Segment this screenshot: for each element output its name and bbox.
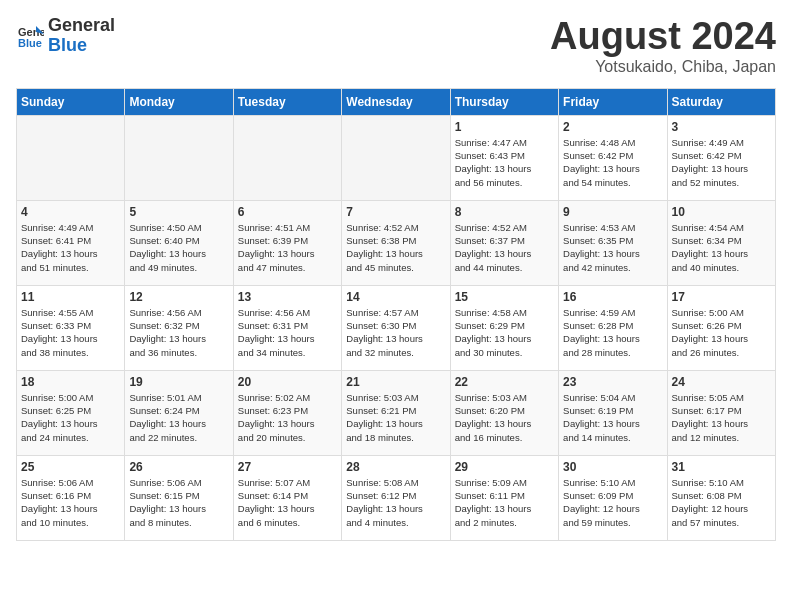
calendar-cell: 23Sunrise: 5:04 AM Sunset: 6:19 PM Dayli… <box>559 370 667 455</box>
day-number: 19 <box>129 375 228 389</box>
day-info: Sunrise: 5:04 AM Sunset: 6:19 PM Dayligh… <box>563 391 662 444</box>
day-info: Sunrise: 5:08 AM Sunset: 6:12 PM Dayligh… <box>346 476 445 529</box>
day-info: Sunrise: 5:03 AM Sunset: 6:20 PM Dayligh… <box>455 391 554 444</box>
weekday-header: Monday <box>125 88 233 115</box>
calendar-cell: 14Sunrise: 4:57 AM Sunset: 6:30 PM Dayli… <box>342 285 450 370</box>
day-number: 25 <box>21 460 120 474</box>
day-info: Sunrise: 5:00 AM Sunset: 6:25 PM Dayligh… <box>21 391 120 444</box>
calendar-cell: 12Sunrise: 4:56 AM Sunset: 6:32 PM Dayli… <box>125 285 233 370</box>
day-number: 29 <box>455 460 554 474</box>
day-info: Sunrise: 4:54 AM Sunset: 6:34 PM Dayligh… <box>672 221 771 274</box>
weekday-header: Friday <box>559 88 667 115</box>
calendar-cell: 8Sunrise: 4:52 AM Sunset: 6:37 PM Daylig… <box>450 200 558 285</box>
weekday-header: Sunday <box>17 88 125 115</box>
day-number: 26 <box>129 460 228 474</box>
day-number: 5 <box>129 205 228 219</box>
day-info: Sunrise: 4:55 AM Sunset: 6:33 PM Dayligh… <box>21 306 120 359</box>
day-info: Sunrise: 4:57 AM Sunset: 6:30 PM Dayligh… <box>346 306 445 359</box>
page-header: General Blue General Blue August 2024 Yo… <box>16 16 776 76</box>
calendar-cell: 4Sunrise: 4:49 AM Sunset: 6:41 PM Daylig… <box>17 200 125 285</box>
day-info: Sunrise: 5:07 AM Sunset: 6:14 PM Dayligh… <box>238 476 337 529</box>
calendar-cell: 31Sunrise: 5:10 AM Sunset: 6:08 PM Dayli… <box>667 455 775 540</box>
title-block: August 2024 Yotsukaido, Chiba, Japan <box>550 16 776 76</box>
weekday-header: Thursday <box>450 88 558 115</box>
day-info: Sunrise: 4:56 AM Sunset: 6:32 PM Dayligh… <box>129 306 228 359</box>
calendar-cell: 1Sunrise: 4:47 AM Sunset: 6:43 PM Daylig… <box>450 115 558 200</box>
day-number: 30 <box>563 460 662 474</box>
day-number: 15 <box>455 290 554 304</box>
day-info: Sunrise: 4:52 AM Sunset: 6:38 PM Dayligh… <box>346 221 445 274</box>
calendar-week-row: 1Sunrise: 4:47 AM Sunset: 6:43 PM Daylig… <box>17 115 776 200</box>
day-number: 12 <box>129 290 228 304</box>
logo: General Blue General Blue <box>16 16 115 56</box>
day-info: Sunrise: 4:59 AM Sunset: 6:28 PM Dayligh… <box>563 306 662 359</box>
day-info: Sunrise: 5:09 AM Sunset: 6:11 PM Dayligh… <box>455 476 554 529</box>
calendar-cell: 17Sunrise: 5:00 AM Sunset: 6:26 PM Dayli… <box>667 285 775 370</box>
day-info: Sunrise: 4:49 AM Sunset: 6:42 PM Dayligh… <box>672 136 771 189</box>
day-number: 24 <box>672 375 771 389</box>
day-info: Sunrise: 5:05 AM Sunset: 6:17 PM Dayligh… <box>672 391 771 444</box>
weekday-header: Saturday <box>667 88 775 115</box>
day-number: 10 <box>672 205 771 219</box>
day-info: Sunrise: 4:53 AM Sunset: 6:35 PM Dayligh… <box>563 221 662 274</box>
calendar-cell: 9Sunrise: 4:53 AM Sunset: 6:35 PM Daylig… <box>559 200 667 285</box>
calendar-cell: 6Sunrise: 4:51 AM Sunset: 6:39 PM Daylig… <box>233 200 341 285</box>
calendar-cell: 22Sunrise: 5:03 AM Sunset: 6:20 PM Dayli… <box>450 370 558 455</box>
day-number: 20 <box>238 375 337 389</box>
day-number: 23 <box>563 375 662 389</box>
day-number: 13 <box>238 290 337 304</box>
day-info: Sunrise: 4:47 AM Sunset: 6:43 PM Dayligh… <box>455 136 554 189</box>
calendar-cell: 13Sunrise: 4:56 AM Sunset: 6:31 PM Dayli… <box>233 285 341 370</box>
day-info: Sunrise: 5:01 AM Sunset: 6:24 PM Dayligh… <box>129 391 228 444</box>
logo-icon: General Blue <box>16 22 44 50</box>
day-number: 1 <box>455 120 554 134</box>
calendar-cell: 20Sunrise: 5:02 AM Sunset: 6:23 PM Dayli… <box>233 370 341 455</box>
day-number: 4 <box>21 205 120 219</box>
calendar-cell: 11Sunrise: 4:55 AM Sunset: 6:33 PM Dayli… <box>17 285 125 370</box>
calendar-cell: 25Sunrise: 5:06 AM Sunset: 6:16 PM Dayli… <box>17 455 125 540</box>
calendar-cell: 19Sunrise: 5:01 AM Sunset: 6:24 PM Dayli… <box>125 370 233 455</box>
day-info: Sunrise: 4:48 AM Sunset: 6:42 PM Dayligh… <box>563 136 662 189</box>
calendar-cell <box>125 115 233 200</box>
day-number: 16 <box>563 290 662 304</box>
calendar-cell: 24Sunrise: 5:05 AM Sunset: 6:17 PM Dayli… <box>667 370 775 455</box>
calendar-cell: 15Sunrise: 4:58 AM Sunset: 6:29 PM Dayli… <box>450 285 558 370</box>
day-number: 2 <box>563 120 662 134</box>
day-number: 31 <box>672 460 771 474</box>
calendar-cell: 29Sunrise: 5:09 AM Sunset: 6:11 PM Dayli… <box>450 455 558 540</box>
calendar-cell: 21Sunrise: 5:03 AM Sunset: 6:21 PM Dayli… <box>342 370 450 455</box>
weekday-header: Tuesday <box>233 88 341 115</box>
day-info: Sunrise: 4:49 AM Sunset: 6:41 PM Dayligh… <box>21 221 120 274</box>
day-info: Sunrise: 5:03 AM Sunset: 6:21 PM Dayligh… <box>346 391 445 444</box>
calendar-cell: 30Sunrise: 5:10 AM Sunset: 6:09 PM Dayli… <box>559 455 667 540</box>
calendar-cell: 2Sunrise: 4:48 AM Sunset: 6:42 PM Daylig… <box>559 115 667 200</box>
calendar-week-row: 25Sunrise: 5:06 AM Sunset: 6:16 PM Dayli… <box>17 455 776 540</box>
calendar-header-row: SundayMondayTuesdayWednesdayThursdayFrid… <box>17 88 776 115</box>
day-number: 8 <box>455 205 554 219</box>
day-info: Sunrise: 4:51 AM Sunset: 6:39 PM Dayligh… <box>238 221 337 274</box>
calendar-cell: 7Sunrise: 4:52 AM Sunset: 6:38 PM Daylig… <box>342 200 450 285</box>
calendar-table: SundayMondayTuesdayWednesdayThursdayFrid… <box>16 88 776 541</box>
day-number: 27 <box>238 460 337 474</box>
day-info: Sunrise: 5:06 AM Sunset: 6:15 PM Dayligh… <box>129 476 228 529</box>
calendar-cell: 16Sunrise: 4:59 AM Sunset: 6:28 PM Dayli… <box>559 285 667 370</box>
calendar-subtitle: Yotsukaido, Chiba, Japan <box>550 58 776 76</box>
day-info: Sunrise: 4:50 AM Sunset: 6:40 PM Dayligh… <box>129 221 228 274</box>
weekday-header: Wednesday <box>342 88 450 115</box>
day-info: Sunrise: 5:02 AM Sunset: 6:23 PM Dayligh… <box>238 391 337 444</box>
calendar-body: 1Sunrise: 4:47 AM Sunset: 6:43 PM Daylig… <box>17 115 776 540</box>
day-info: Sunrise: 5:10 AM Sunset: 6:09 PM Dayligh… <box>563 476 662 529</box>
calendar-week-row: 18Sunrise: 5:00 AM Sunset: 6:25 PM Dayli… <box>17 370 776 455</box>
logo-text: General Blue <box>48 16 115 56</box>
calendar-cell <box>342 115 450 200</box>
calendar-cell: 28Sunrise: 5:08 AM Sunset: 6:12 PM Dayli… <box>342 455 450 540</box>
calendar-title: August 2024 <box>550 16 776 58</box>
day-number: 17 <box>672 290 771 304</box>
day-info: Sunrise: 5:06 AM Sunset: 6:16 PM Dayligh… <box>21 476 120 529</box>
calendar-cell <box>233 115 341 200</box>
calendar-cell: 18Sunrise: 5:00 AM Sunset: 6:25 PM Dayli… <box>17 370 125 455</box>
calendar-cell: 3Sunrise: 4:49 AM Sunset: 6:42 PM Daylig… <box>667 115 775 200</box>
day-info: Sunrise: 4:58 AM Sunset: 6:29 PM Dayligh… <box>455 306 554 359</box>
day-info: Sunrise: 4:56 AM Sunset: 6:31 PM Dayligh… <box>238 306 337 359</box>
calendar-cell: 5Sunrise: 4:50 AM Sunset: 6:40 PM Daylig… <box>125 200 233 285</box>
